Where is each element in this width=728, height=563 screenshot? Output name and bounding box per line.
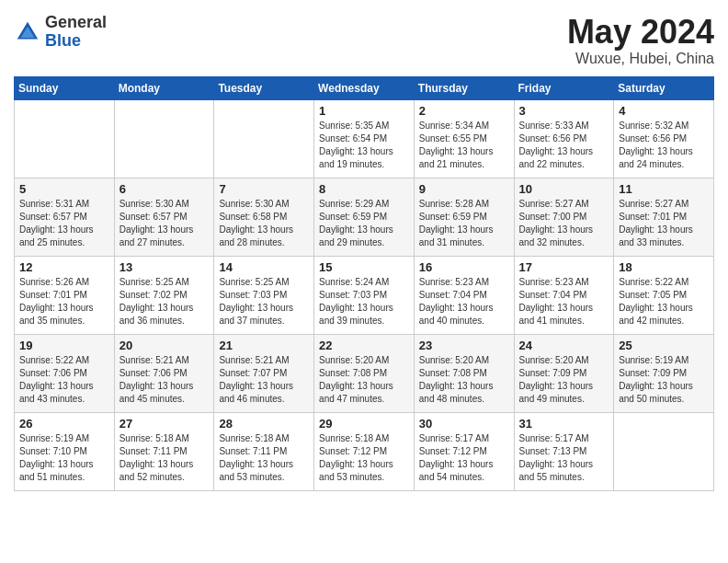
calendar-cell: 7Sunrise: 5:30 AM Sunset: 6:58 PM Daylig… bbox=[214, 178, 314, 256]
calendar-cell: 18Sunrise: 5:22 AM Sunset: 7:05 PM Dayli… bbox=[614, 256, 714, 334]
day-info: Sunrise: 5:22 AM Sunset: 7:06 PM Dayligh… bbox=[19, 354, 109, 406]
day-info: Sunrise: 5:29 AM Sunset: 6:59 PM Dayligh… bbox=[319, 198, 409, 249]
day-number: 13 bbox=[119, 260, 210, 274]
day-info: Sunrise: 5:23 AM Sunset: 7:04 PM Dayligh… bbox=[419, 276, 509, 327]
calendar-cell: 15Sunrise: 5:24 AM Sunset: 7:03 PM Dayli… bbox=[314, 256, 415, 334]
day-info: Sunrise: 5:18 AM Sunset: 7:11 PM Dayligh… bbox=[219, 432, 309, 484]
calendar-cell: 12Sunrise: 5:26 AM Sunset: 7:01 PM Dayli… bbox=[15, 256, 115, 334]
calendar-cell bbox=[214, 99, 314, 178]
day-number: 1 bbox=[319, 104, 409, 118]
weekday-row: Sunday Monday Tuesday Wednesday Thursday… bbox=[15, 76, 714, 99]
calendar-cell: 26Sunrise: 5:19 AM Sunset: 7:10 PM Dayli… bbox=[15, 412, 115, 490]
day-number: 11 bbox=[619, 182, 709, 196]
calendar-cell: 2Sunrise: 5:34 AM Sunset: 6:55 PM Daylig… bbox=[414, 99, 514, 178]
calendar-cell: 19Sunrise: 5:22 AM Sunset: 7:06 PM Dayli… bbox=[15, 334, 115, 412]
calendar-cell: 17Sunrise: 5:23 AM Sunset: 7:04 PM Dayli… bbox=[514, 256, 614, 334]
calendar-header: Sunday Monday Tuesday Wednesday Thursday… bbox=[15, 76, 714, 99]
day-number: 27 bbox=[119, 417, 210, 431]
day-info: Sunrise: 5:32 AM Sunset: 6:56 PM Dayligh… bbox=[619, 120, 709, 171]
day-info: Sunrise: 5:30 AM Sunset: 6:57 PM Dayligh… bbox=[119, 198, 210, 249]
day-info: Sunrise: 5:28 AM Sunset: 6:59 PM Dayligh… bbox=[419, 198, 509, 249]
logo-blue: Blue bbox=[45, 32, 107, 51]
day-number: 29 bbox=[319, 417, 409, 431]
day-number: 18 bbox=[619, 260, 709, 274]
calendar-body: 1Sunrise: 5:35 AM Sunset: 6:54 PM Daylig… bbox=[15, 99, 714, 490]
day-number: 25 bbox=[619, 339, 709, 352]
page-header: General Blue May 2024 Wuxue, Hubei, Chin… bbox=[14, 14, 714, 67]
day-number: 21 bbox=[219, 339, 309, 352]
calendar-cell: 1Sunrise: 5:35 AM Sunset: 6:54 PM Daylig… bbox=[314, 99, 415, 178]
header-thursday: Thursday bbox=[414, 76, 514, 99]
header-sunday: Sunday bbox=[15, 76, 115, 99]
day-info: Sunrise: 5:27 AM Sunset: 7:01 PM Dayligh… bbox=[619, 198, 709, 249]
day-info: Sunrise: 5:23 AM Sunset: 7:04 PM Dayligh… bbox=[519, 276, 609, 327]
calendar-cell bbox=[614, 412, 714, 490]
day-number: 23 bbox=[419, 339, 509, 352]
calendar-cell: 4Sunrise: 5:32 AM Sunset: 6:56 PM Daylig… bbox=[614, 99, 714, 178]
calendar-table: Sunday Monday Tuesday Wednesday Thursday… bbox=[14, 76, 714, 491]
day-number: 24 bbox=[519, 339, 609, 352]
calendar-cell: 11Sunrise: 5:27 AM Sunset: 7:01 PM Dayli… bbox=[614, 178, 714, 256]
day-info: Sunrise: 5:20 AM Sunset: 7:08 PM Dayligh… bbox=[419, 354, 509, 406]
calendar-cell: 13Sunrise: 5:25 AM Sunset: 7:02 PM Dayli… bbox=[114, 256, 214, 334]
day-info: Sunrise: 5:19 AM Sunset: 7:10 PM Dayligh… bbox=[19, 432, 109, 484]
day-number: 19 bbox=[19, 339, 109, 352]
logo-general: General bbox=[45, 14, 107, 32]
calendar-cell: 28Sunrise: 5:18 AM Sunset: 7:11 PM Dayli… bbox=[214, 412, 314, 490]
day-number: 16 bbox=[419, 260, 509, 274]
calendar-week-2: 5Sunrise: 5:31 AM Sunset: 6:57 PM Daylig… bbox=[15, 178, 714, 256]
day-number: 22 bbox=[319, 339, 409, 352]
calendar-cell: 23Sunrise: 5:20 AM Sunset: 7:08 PM Dayli… bbox=[414, 334, 514, 412]
calendar-week-4: 19Sunrise: 5:22 AM Sunset: 7:06 PM Dayli… bbox=[15, 334, 714, 412]
calendar-cell: 8Sunrise: 5:29 AM Sunset: 6:59 PM Daylig… bbox=[314, 178, 415, 256]
calendar-cell: 20Sunrise: 5:21 AM Sunset: 7:06 PM Dayli… bbox=[114, 334, 214, 412]
calendar-cell: 3Sunrise: 5:33 AM Sunset: 6:56 PM Daylig… bbox=[514, 99, 614, 178]
day-number: 31 bbox=[519, 417, 609, 431]
header-monday: Monday bbox=[114, 76, 214, 99]
day-info: Sunrise: 5:35 AM Sunset: 6:54 PM Dayligh… bbox=[319, 120, 409, 171]
day-number: 6 bbox=[119, 182, 210, 196]
day-info: Sunrise: 5:30 AM Sunset: 6:58 PM Dayligh… bbox=[219, 198, 309, 249]
logo-text: General Blue bbox=[45, 14, 107, 51]
header-tuesday: Tuesday bbox=[214, 76, 314, 99]
day-info: Sunrise: 5:17 AM Sunset: 7:13 PM Dayligh… bbox=[519, 432, 609, 484]
day-number: 4 bbox=[619, 104, 709, 118]
day-info: Sunrise: 5:17 AM Sunset: 7:12 PM Dayligh… bbox=[419, 432, 509, 484]
day-info: Sunrise: 5:25 AM Sunset: 7:03 PM Dayligh… bbox=[219, 276, 309, 327]
day-info: Sunrise: 5:25 AM Sunset: 7:02 PM Dayligh… bbox=[119, 276, 210, 327]
header-wednesday: Wednesday bbox=[314, 76, 415, 99]
logo: General Blue bbox=[14, 14, 107, 51]
day-info: Sunrise: 5:31 AM Sunset: 6:57 PM Dayligh… bbox=[19, 198, 109, 249]
calendar-cell: 27Sunrise: 5:18 AM Sunset: 7:11 PM Dayli… bbox=[114, 412, 214, 490]
day-info: Sunrise: 5:34 AM Sunset: 6:55 PM Dayligh… bbox=[419, 120, 509, 171]
calendar-cell bbox=[15, 99, 115, 178]
calendar-week-1: 1Sunrise: 5:35 AM Sunset: 6:54 PM Daylig… bbox=[15, 99, 714, 178]
day-info: Sunrise: 5:20 AM Sunset: 7:09 PM Dayligh… bbox=[519, 354, 609, 406]
day-info: Sunrise: 5:20 AM Sunset: 7:08 PM Dayligh… bbox=[319, 354, 409, 406]
calendar-cell: 22Sunrise: 5:20 AM Sunset: 7:08 PM Dayli… bbox=[314, 334, 415, 412]
calendar-week-5: 26Sunrise: 5:19 AM Sunset: 7:10 PM Dayli… bbox=[15, 412, 714, 490]
day-number: 30 bbox=[419, 417, 509, 431]
title-block: May 2024 Wuxue, Hubei, China bbox=[567, 14, 714, 67]
day-info: Sunrise: 5:27 AM Sunset: 7:00 PM Dayligh… bbox=[519, 198, 609, 249]
day-number: 5 bbox=[19, 182, 109, 196]
calendar-cell: 24Sunrise: 5:20 AM Sunset: 7:09 PM Dayli… bbox=[514, 334, 614, 412]
day-number: 12 bbox=[19, 260, 109, 274]
day-info: Sunrise: 5:26 AM Sunset: 7:01 PM Dayligh… bbox=[19, 276, 109, 327]
calendar-cell: 25Sunrise: 5:19 AM Sunset: 7:09 PM Dayli… bbox=[614, 334, 714, 412]
day-number: 15 bbox=[319, 260, 409, 274]
day-number: 26 bbox=[19, 417, 109, 431]
day-info: Sunrise: 5:22 AM Sunset: 7:05 PM Dayligh… bbox=[619, 276, 709, 327]
day-info: Sunrise: 5:18 AM Sunset: 7:12 PM Dayligh… bbox=[319, 432, 409, 484]
calendar-cell: 10Sunrise: 5:27 AM Sunset: 7:00 PM Dayli… bbox=[514, 178, 614, 256]
day-number: 2 bbox=[419, 104, 509, 118]
day-info: Sunrise: 5:33 AM Sunset: 6:56 PM Dayligh… bbox=[519, 120, 609, 171]
day-number: 7 bbox=[219, 182, 309, 196]
calendar-cell: 14Sunrise: 5:25 AM Sunset: 7:03 PM Dayli… bbox=[214, 256, 314, 334]
day-info: Sunrise: 5:19 AM Sunset: 7:09 PM Dayligh… bbox=[619, 354, 709, 406]
day-info: Sunrise: 5:18 AM Sunset: 7:11 PM Dayligh… bbox=[119, 432, 210, 484]
calendar-cell: 9Sunrise: 5:28 AM Sunset: 6:59 PM Daylig… bbox=[414, 178, 514, 256]
day-info: Sunrise: 5:24 AM Sunset: 7:03 PM Dayligh… bbox=[319, 276, 409, 327]
day-info: Sunrise: 5:21 AM Sunset: 7:06 PM Dayligh… bbox=[119, 354, 210, 406]
day-number: 9 bbox=[419, 182, 509, 196]
